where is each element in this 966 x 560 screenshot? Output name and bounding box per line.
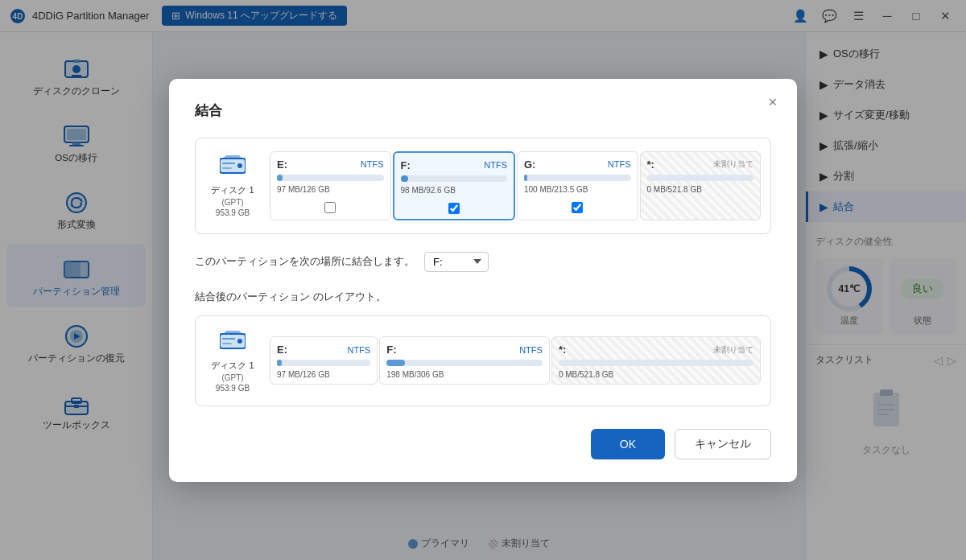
cancel-button[interactable]: キャンセル (675, 429, 771, 459)
disk-type-top: (GPT) (221, 198, 243, 207)
partition-g-letter: G: (524, 159, 535, 171)
result-e-fs: NTFS (347, 345, 370, 355)
disk-name-result: ディスク 1 (211, 360, 254, 372)
partition-f-bar-fill (401, 175, 408, 182)
svg-point-33 (237, 339, 242, 344)
partition-e-check-row (277, 197, 384, 213)
partition-g-bar-fill (524, 175, 527, 181)
partition-unallocated-size: 0 MB/521.8 GB (647, 185, 754, 194)
result-f-fs: NTFS (519, 345, 543, 355)
disk-icon-top (220, 154, 246, 179)
partition-e-fs: NTFS (361, 159, 384, 169)
disk-size-result: 953.9 GB (216, 384, 250, 393)
partition-e-size: 97 MB/126 GB (277, 185, 384, 194)
ok-button[interactable]: OK (591, 429, 665, 459)
partition-g-check-row (524, 197, 631, 213)
partition-f[interactable]: F: NTFS 98 MB/92.6 GB (393, 151, 516, 220)
partitions-row-top: E: NTFS 97 MB/126 GB F: NTFS (270, 151, 761, 220)
result-f-letter: F: (386, 344, 396, 356)
result-unallocated-size: 0 MB/521.8 GB (559, 370, 753, 379)
partition-f-header: F: NTFS (401, 159, 508, 171)
partition-f-check-row (401, 198, 508, 214)
result-e-size: 97 MB/126 GB (277, 370, 370, 379)
partition-unallocated-fs: 未割り当て (713, 159, 753, 170)
partition-unallocated: *: 未割り当て 0 MB/521.8 GB (640, 151, 762, 220)
partition-g-checkbox[interactable] (572, 202, 583, 213)
result-e-header: E: NTFS (277, 344, 370, 356)
partition-f-checkbox[interactable] (448, 203, 460, 214)
result-unallocated-fs: 未割り当て (713, 344, 753, 356)
disk-info-result: ディスク 1 (GPT) 953.9 GB (205, 329, 270, 393)
partition-g-size: 100 MB/213.5 GB (524, 185, 631, 194)
result-partition-f: F: NTFS 198 MB/306 GB (379, 336, 550, 385)
dialog-close-button[interactable]: × (762, 92, 784, 114)
partition-e-bar-bg (277, 175, 384, 181)
result-unallocated-bar-bg (559, 360, 753, 366)
result-e-letter: E: (277, 344, 287, 356)
partition-unallocated-header: *: 未割り当て (647, 159, 754, 171)
result-e-bar-bg (277, 360, 370, 366)
disk-name-top: ディスク 1 (211, 184, 254, 196)
disk-info-top: ディスク 1 (GPT) 953.9 GB (205, 154, 270, 217)
dialog-title: 結合 (195, 101, 771, 120)
partition-unallocated-letter: *: (647, 159, 654, 171)
disk-icon-result (220, 329, 246, 355)
svg-point-30 (237, 163, 242, 168)
result-label: 結合後のパーティション のレイアウト。 (195, 290, 771, 304)
partition-e-letter: E: (277, 159, 287, 171)
result-e-bar-fill (277, 360, 282, 366)
dialog-overlay: 結合 × ディスク 1 (GPT) 953.9 GB (0, 0, 966, 560)
disk-type-result: (GPT) (221, 373, 243, 382)
result-f-bar-fill (386, 360, 405, 366)
disk-size-top: 953.9 GB (216, 208, 250, 217)
merge-dialog: 結合 × ディスク 1 (GPT) 953.9 GB (169, 79, 797, 482)
partition-f-fs: NTFS (484, 160, 507, 170)
partition-g[interactable]: G: NTFS 100 MB/213.5 GB (517, 151, 638, 220)
result-unallocated-header: *: 未割り当て (559, 344, 753, 356)
partition-f-size: 98 MB/92.6 GB (401, 186, 508, 195)
result-f-bar-bg (386, 360, 543, 366)
result-partition-unallocated: *: 未割り当て 0 MB/521.8 GB (551, 336, 761, 385)
result-partition-box: ディスク 1 (GPT) 953.9 GB E: NTFS 97 MB/126 … (195, 315, 771, 406)
partition-unallocated-bar-bg (647, 175, 754, 181)
result-f-size: 198 MB/306 GB (386, 370, 543, 379)
merge-dest-row: このパーティションを次の場所に結合します。 F: E: G: (195, 252, 771, 272)
merge-dest-label: このパーティションを次の場所に結合します。 (195, 254, 415, 269)
partition-g-bar-bg (524, 175, 631, 181)
result-partition-e: E: NTFS 97 MB/126 GB (270, 336, 378, 385)
partition-e[interactable]: E: NTFS 97 MB/126 GB (270, 151, 391, 220)
partition-f-bar-bg (401, 175, 508, 182)
partition-g-header: G: NTFS (524, 159, 631, 171)
partition-e-bar-fill (277, 175, 283, 181)
result-unallocated-letter: *: (559, 344, 566, 356)
partition-f-letter: F: (401, 159, 411, 171)
merge-dest-select[interactable]: F: E: G: (424, 252, 489, 272)
partition-selector-box: ディスク 1 (GPT) 953.9 GB E: NTFS 97 MB/126 … (195, 138, 771, 234)
partition-e-checkbox[interactable] (324, 202, 336, 213)
partition-g-fs: NTFS (608, 159, 631, 169)
dialog-footer: OK キャンセル (195, 429, 771, 459)
result-f-header: F: NTFS (386, 344, 543, 356)
partition-e-header: E: NTFS (277, 159, 384, 171)
result-partitions-row: E: NTFS 97 MB/126 GB F: NTFS (270, 336, 761, 385)
